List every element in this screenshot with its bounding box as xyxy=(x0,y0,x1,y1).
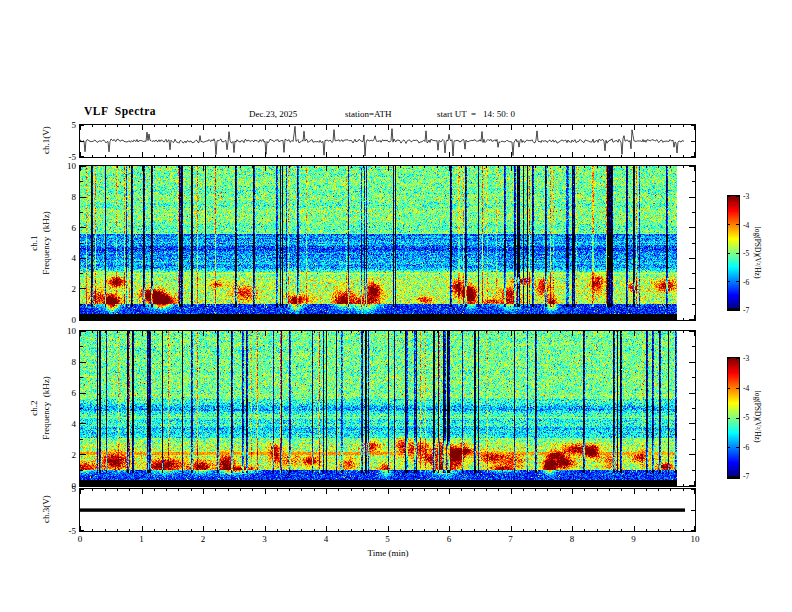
colorbar-tick-label: -6 xyxy=(743,443,763,452)
frequency-tick-label: 4 xyxy=(52,253,76,263)
colorbar-tick-label: -5 xyxy=(743,249,763,258)
colorbar-ch2-canvas xyxy=(728,358,739,478)
frequency-tick-label: 6 xyxy=(52,223,76,233)
ch2-frequency-axis-label: Frequency (kHz) xyxy=(41,353,51,463)
x-tick-label: 3 xyxy=(250,534,280,544)
colorbar-ch1 xyxy=(727,195,740,311)
ch1-voltage-axis-label: ch.1(V) xyxy=(41,110,51,170)
ch1-waveform-canvas xyxy=(80,125,695,157)
x-tick-label: 1 xyxy=(127,534,157,544)
vlf-spectra-figure: VLF Spectra Dec.23, 2025 station=ATH sta… xyxy=(0,0,792,612)
ch3-waveform-panel xyxy=(79,488,696,532)
x-tick-label: 2 xyxy=(188,534,218,544)
x-tick-label: 5 xyxy=(373,534,403,544)
header-station: station=ATH xyxy=(345,109,392,120)
ch2-spectrogram-canvas xyxy=(80,331,695,486)
ch3-voltage-axis-label: ch.3(V) xyxy=(41,479,51,539)
ch2-spectrogram-panel xyxy=(79,330,696,487)
ch3-waveform-canvas xyxy=(80,489,695,531)
frequency-tick-label: 10 xyxy=(52,161,76,171)
x-tick-label: 6 xyxy=(434,534,464,544)
ch1-waveform-panel xyxy=(79,124,696,158)
colorbar-tick-label: -3 xyxy=(743,192,763,201)
x-tick-label: 9 xyxy=(619,534,649,544)
ch1-frequency-axis-label: Frequency (kHz) xyxy=(41,188,51,298)
ch1-spectrogram-panel xyxy=(79,165,696,321)
colorbar-tick-label: -4 xyxy=(743,221,763,230)
voltage-tick-label: 5 xyxy=(52,120,76,130)
colorbar-tick-label: -4 xyxy=(743,384,763,393)
frequency-tick-label: 8 xyxy=(52,192,76,202)
ch2-spectrogram-channel-label: ch.2 xyxy=(29,388,39,428)
header-start-ut: start UT = 14: 50: 0 xyxy=(437,109,515,120)
header-date: Dec.23, 2025 xyxy=(249,109,297,120)
frequency-tick-label: 0 xyxy=(52,315,76,325)
voltage-tick-label: 5 xyxy=(52,484,76,494)
colorbar-ch1-canvas xyxy=(728,196,739,310)
frequency-tick-label: 2 xyxy=(52,284,76,294)
ch1-spectrogram-channel-label: ch.1 xyxy=(29,223,39,263)
voltage-tick-label: -5 xyxy=(52,152,76,162)
x-tick-label: 4 xyxy=(311,534,341,544)
voltage-tick-label: -5 xyxy=(52,526,76,536)
frequency-tick-label: 2 xyxy=(52,450,76,460)
x-tick-label: 10 xyxy=(680,534,710,544)
colorbar-tick-label: -6 xyxy=(743,278,763,287)
frequency-tick-label: 8 xyxy=(52,357,76,367)
ch1-spectrogram-canvas xyxy=(80,166,695,320)
x-tick-label: 8 xyxy=(557,534,587,544)
colorbar-ch2 xyxy=(727,357,740,479)
x-tick-label: 7 xyxy=(496,534,526,544)
colorbar-tick-label: -7 xyxy=(743,472,763,481)
page-title: VLF Spectra xyxy=(84,106,156,117)
colorbar-tick-label: -7 xyxy=(743,306,763,315)
frequency-tick-label: 4 xyxy=(52,419,76,429)
colorbar-tick-label: -3 xyxy=(743,354,763,363)
frequency-tick-label: 10 xyxy=(52,326,76,336)
colorbar-tick-label: -5 xyxy=(743,413,763,422)
x-axis-label: Time (min) xyxy=(328,548,448,558)
frequency-tick-label: 6 xyxy=(52,388,76,398)
